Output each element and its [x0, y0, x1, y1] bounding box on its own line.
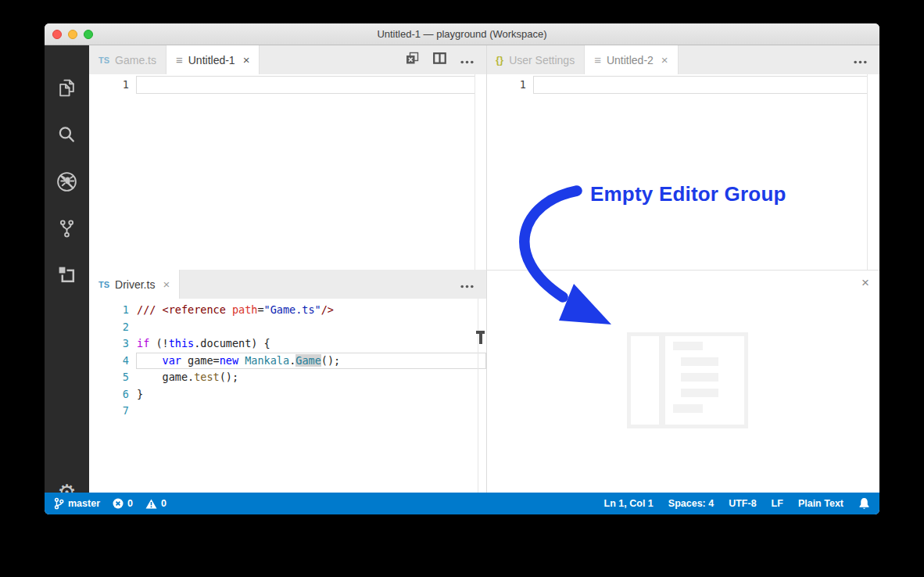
editor-group-bottom-left: TS Driver.ts ×: [89, 270, 486, 493]
line-number: 2: [89, 319, 129, 336]
more-actions-icon[interactable]: [460, 53, 474, 67]
line-number: 7: [89, 403, 129, 420]
empty-editor-placeholder-icon: [627, 332, 748, 428]
code-line[interactable]: 3if (!this.document) {: [89, 335, 486, 353]
overview-ruler: [867, 74, 868, 270]
close-tab-icon[interactable]: ×: [661, 54, 668, 66]
code-line[interactable]: 1: [486, 76, 879, 94]
more-actions-icon[interactable]: [854, 53, 867, 67]
code-line[interactable]: 6}: [89, 386, 486, 403]
editor-untitled-1[interactable]: 1: [89, 74, 486, 270]
indentation[interactable]: Spaces: 4: [668, 498, 714, 509]
tab-label: Driver.ts: [115, 278, 155, 291]
code-line[interactable]: 7: [89, 403, 486, 420]
warning-icon: [145, 499, 157, 509]
editor-group-sash-vertical[interactable]: [486, 45, 487, 493]
tab-game-ts[interactable]: TS Game.ts: [89, 45, 167, 74]
line-number: 4: [89, 353, 129, 370]
titlebar: Untitled-1 — playground (Workspace): [45, 23, 879, 45]
explorer-icon[interactable]: [56, 77, 78, 99]
window-title: Untitled-1 — playground (Workspace): [45, 23, 879, 45]
encoding[interactable]: UTF-8: [729, 498, 756, 509]
line-number: 1: [89, 302, 129, 319]
json-braces-icon: {}: [496, 54, 503, 66]
tab-untitled-2[interactable]: ≡ Untitled-2 ×: [585, 45, 678, 74]
close-window-button[interactable]: [52, 30, 62, 39]
line-number: 6: [89, 386, 129, 403]
overview-ruler: [478, 299, 478, 493]
overview-ruler-marker: [476, 331, 485, 345]
minimize-window-button[interactable]: [68, 30, 77, 39]
vscode-window: Untitled-1 — playground (Workspace): [45, 23, 879, 514]
activity-bar: ⚙: [45, 45, 89, 493]
tab-bar: TS Game.ts ≡ Untitled-1 ×: [89, 45, 486, 74]
error-count: 0: [127, 498, 133, 509]
cursor-position[interactable]: Ln 1, Col 1: [604, 498, 654, 509]
close-tab-icon[interactable]: ×: [163, 278, 170, 290]
code-content: 1/// <reference path="Game.ts"/>23if (!t…: [89, 299, 486, 420]
close-tab-icon[interactable]: ×: [243, 54, 250, 66]
status-bar: master 0 0 Ln 1, Col 1 Spaces: 4: [45, 493, 879, 514]
code-line[interactable]: 4 var game=new Mankala.Game();: [89, 353, 486, 370]
search-icon[interactable]: [56, 124, 78, 146]
tab-bar: TS Driver.ts ×: [89, 270, 486, 299]
typescript-file-icon: TS: [98, 56, 109, 65]
language-mode[interactable]: Plain Text: [798, 498, 843, 509]
annotation-text: Empty Editor Group: [590, 182, 786, 206]
editor-group-top-right: {} User Settings ≡ Untitled-2 ×: [486, 45, 879, 270]
line-number: 1: [89, 76, 129, 94]
editor-group-top-left: TS Game.ts ≡ Untitled-1 ×: [89, 45, 486, 270]
zoom-window-button[interactable]: [84, 30, 93, 39]
extensions-icon[interactable]: [56, 263, 78, 286]
notifications-bell-icon[interactable]: [858, 497, 870, 510]
editor-group-sash-horizontal[interactable]: [486, 270, 879, 271]
untitled-file-icon: ≡: [176, 53, 183, 66]
line-number: 1: [486, 76, 526, 94]
workbench: ⚙ TS Game.ts ≡ Untitled-1 ×: [45, 45, 879, 493]
overview-ruler: [475, 74, 475, 270]
more-actions-icon[interactable]: [460, 278, 474, 292]
split-editor-icon[interactable]: [433, 52, 446, 67]
tab-label: Game.ts: [115, 54, 156, 66]
open-changes-icon[interactable]: [406, 52, 419, 68]
editor-area: TS Game.ts ≡ Untitled-1 ×: [89, 45, 879, 493]
tab-driver-ts[interactable]: TS Driver.ts ×: [89, 270, 180, 299]
tab-untitled-1[interactable]: ≡ Untitled-1 ×: [167, 45, 260, 74]
code-line[interactable]: 5 game.test();: [89, 369, 486, 386]
error-icon: [113, 498, 124, 509]
editor-untitled-2[interactable]: 1: [486, 74, 879, 270]
branch-name: master: [68, 498, 100, 509]
code-line[interactable]: 2: [89, 319, 486, 336]
debug-disabled-icon[interactable]: [56, 170, 78, 193]
errors-indicator[interactable]: 0: [113, 498, 133, 509]
warnings-indicator[interactable]: 0: [145, 498, 167, 509]
warning-count: 0: [161, 498, 167, 509]
source-control-icon[interactable]: [56, 217, 78, 240]
untitled-file-icon: ≡: [594, 53, 601, 66]
tab-label: User Settings: [509, 54, 575, 66]
code-line[interactable]: 1/// <reference path="Game.ts"/>: [89, 302, 486, 319]
editor-group-empty: ×: [486, 270, 879, 493]
typescript-file-icon: TS: [98, 280, 109, 289]
end-of-line[interactable]: LF: [772, 498, 783, 509]
tab-user-settings[interactable]: {} User Settings: [486, 45, 585, 74]
line-number: 3: [89, 335, 129, 353]
line-number: 5: [89, 369, 129, 386]
git-branch-indicator[interactable]: master: [54, 497, 100, 510]
tab-label: Untitled-1: [188, 54, 235, 66]
close-editor-group-icon[interactable]: ×: [861, 276, 869, 289]
tab-bar: {} User Settings ≡ Untitled-2 ×: [486, 45, 879, 74]
editor-driver-ts[interactable]: 1/// <reference path="Game.ts"/>23if (!t…: [89, 299, 486, 493]
tab-label: Untitled-2: [607, 54, 654, 66]
code-line[interactable]: 1: [89, 76, 486, 94]
